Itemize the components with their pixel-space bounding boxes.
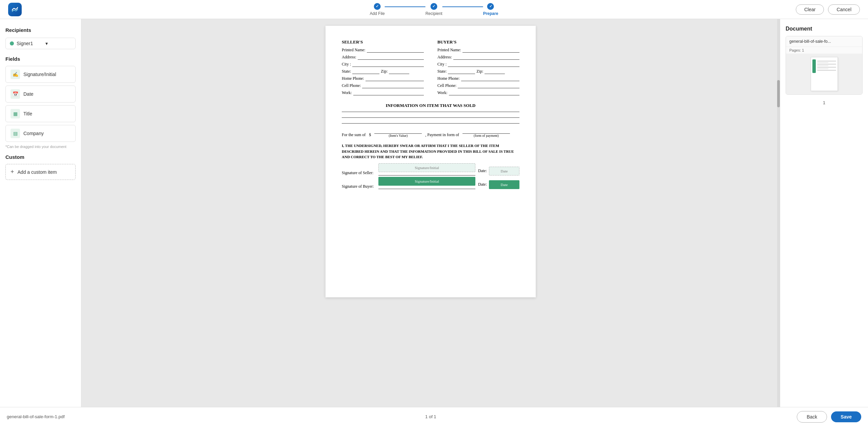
- thumb-accent: [812, 59, 816, 73]
- seller-state-line: [352, 69, 379, 74]
- scrollbar-track[interactable]: [777, 19, 780, 407]
- seller-cellphone-line: [362, 84, 424, 88]
- buyer-address-line: [453, 55, 519, 60]
- main-layout: Recipients Signer1 ▾ Fields ✍ Signature/…: [0, 19, 868, 407]
- seller-sig-box[interactable]: Signature/Initial: [378, 163, 475, 172]
- seller-date-area: Date: Date: [478, 167, 519, 175]
- buyer-sig-box[interactable]: Signature/Initial: [378, 177, 475, 186]
- seller-sig-label: Signature of Seller:: [342, 170, 376, 175]
- field-label-signature: Signature/Initial: [23, 72, 56, 77]
- cancel-button[interactable]: Cancel: [828, 4, 860, 15]
- bottom-action-bar: general-bill-of-sale-form-1.pdf 1 of 1 B…: [0, 407, 868, 426]
- seller-zip-label: Zip:: [381, 69, 388, 74]
- buyer-date-label: Date:: [478, 182, 487, 187]
- sidebar: Recipients Signer1 ▾ Fields ✍ Signature/…: [0, 19, 81, 407]
- seller-work-row: Work:: [342, 90, 424, 95]
- buyer-zip-line: [485, 69, 505, 74]
- doc-thumbnail-image[interactable]: [786, 54, 862, 94]
- blank-line-3: [342, 123, 519, 124]
- buyer-work-row: Work:: [437, 90, 519, 95]
- form-of-payment-line: [462, 129, 510, 134]
- step-recipient: ✓ Recipient: [426, 3, 442, 16]
- step-add-file: ✓ Add File: [370, 3, 385, 16]
- chevron-down-icon: ▾: [45, 41, 72, 46]
- document-page: SELLER'S Printed Name: Address: City :: [326, 26, 536, 297]
- field-company[interactable]: ▤ Company: [5, 125, 76, 142]
- item-value-line: [374, 129, 422, 134]
- thumb-line-1: [817, 61, 836, 61]
- recipients-title: Recipients: [5, 27, 76, 33]
- buyer-date-area: Date: Date: [478, 180, 519, 189]
- field-date[interactable]: 📅 Date: [5, 86, 76, 103]
- signature-section: Signature of Seller: Signature/Initial D…: [342, 167, 519, 189]
- seller-city-row: City :: [342, 62, 424, 67]
- field-signature-initial[interactable]: ✍ Signature/Initial: [5, 66, 76, 83]
- step-label-prepare: Prepare: [483, 11, 498, 16]
- add-custom-item-button[interactable]: + Add a custom item: [5, 164, 76, 180]
- step-prepare: ✓ Prepare: [483, 3, 498, 16]
- payment-form-label: , Payment in form of: [425, 132, 459, 137]
- blank-line-2: [342, 117, 519, 118]
- doc-thumb-pages: Pages: 1: [786, 47, 862, 54]
- seller-printed-name-line: [367, 48, 424, 53]
- buyer-date-box[interactable]: Date: [489, 180, 519, 189]
- thumb-lines: [817, 61, 836, 72]
- buyer-address-row: Address:: [437, 55, 519, 60]
- company-icon: ▤: [11, 129, 20, 138]
- buyer-city-label: City :: [437, 62, 447, 67]
- buyer-sig-label: Signature of Buyer:: [342, 184, 376, 189]
- step-line-2: [442, 6, 483, 7]
- footer-filename: general-bill-of-sale-form-1.pdf: [7, 414, 65, 419]
- affirmation-text: I, THE UNDERSIGNED, HEREBY SWEAR OR AFFI…: [342, 143, 519, 160]
- seller-state-label: State:: [342, 69, 351, 74]
- item-description-lines: [342, 112, 519, 124]
- seller-homephone-label: Home Phone:: [342, 76, 364, 81]
- thumb-line-7: [817, 70, 836, 71]
- seller-cellphone-row: Cell Phone:: [342, 83, 424, 88]
- signer-dot: [10, 41, 14, 45]
- seller-printed-name-label: Printed Name:: [342, 48, 366, 53]
- signer-dropdown[interactable]: Signer1 ▾: [5, 38, 76, 49]
- top-navigation: ✓ Add File ✓ Recipient ✓ Prepare Clear C…: [0, 0, 868, 19]
- seller-col: SELLER'S Printed Name: Address: City :: [342, 39, 424, 97]
- custom-title: Custom: [5, 154, 76, 160]
- save-button[interactable]: Save: [831, 411, 861, 422]
- doc-thumb-name: general-bill-of-sale-fo...: [786, 36, 862, 47]
- buyer-state-zip-row: State: Zip:: [437, 69, 519, 74]
- thumb-line-5: [817, 67, 836, 68]
- seller-sig-row: Signature of Seller: Signature/Initial D…: [342, 167, 519, 175]
- buyer-printed-name-label: Printed Name:: [437, 48, 461, 53]
- title-icon: ▦: [11, 109, 20, 118]
- thumb-line-3: [817, 64, 836, 64]
- plus-icon: +: [11, 168, 14, 175]
- signer-name: Signer1: [17, 41, 43, 46]
- seller-date-box[interactable]: Date: [489, 167, 519, 175]
- buyer-zip-label: Zip:: [476, 69, 483, 74]
- thumbnail-mini-page: [811, 57, 838, 91]
- payment-row: For the sum of $ (Item's Value) , Paymen…: [342, 129, 519, 137]
- seller-address-row: Address:: [342, 55, 424, 60]
- seller-city-label: City :: [342, 62, 351, 67]
- scrollbar-thumb[interactable]: [777, 80, 780, 107]
- step-line-1: [385, 6, 426, 7]
- seller-header: SELLER'S: [342, 39, 424, 45]
- back-button[interactable]: Back: [797, 411, 827, 423]
- seller-address-line: [358, 55, 424, 60]
- seller-homephone-line: [366, 76, 424, 81]
- step-circle-prepare: ✓: [487, 3, 494, 10]
- buyer-cellphone-line: [458, 84, 519, 88]
- buyer-sig-row: Signature of Buyer: Signature/Initial Da…: [342, 180, 519, 189]
- field-label-date: Date: [23, 91, 34, 97]
- item-value-label: (Item's Value): [389, 134, 408, 137]
- seller-cellphone-label: Cell Phone:: [342, 83, 361, 88]
- seller-city-line: [352, 62, 424, 67]
- footer-page-info: 1 of 1: [425, 414, 436, 419]
- field-title[interactable]: ▦ Title: [5, 105, 76, 122]
- step-label-add-file: Add File: [370, 11, 385, 16]
- dollar-sign: $: [369, 132, 371, 137]
- seller-state-zip-row: State: Zip:: [342, 69, 424, 74]
- document-thumbnail-card: general-bill-of-sale-fo... Pages: 1: [786, 36, 863, 95]
- clear-button[interactable]: Clear: [796, 4, 824, 15]
- document-viewer: SELLER'S Printed Name: Address: City :: [81, 19, 780, 407]
- fields-title: Fields: [5, 56, 76, 62]
